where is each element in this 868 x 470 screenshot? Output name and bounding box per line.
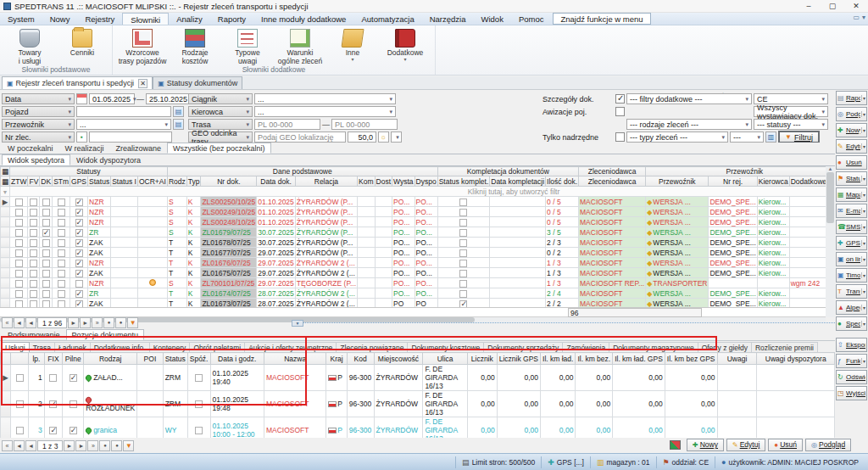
pager-extra-button[interactable]: ● (99, 440, 110, 451)
pager-extra-button[interactable]: ● (111, 440, 122, 451)
table-row[interactable]: NZRSKZL700101/07/2529.07.2025TĘGOBORZE (… (1, 278, 826, 288)
mapa-button[interactable]: ▦Mapa▾ (836, 187, 867, 202)
chevron-down-icon[interactable]: ▾ (861, 192, 865, 198)
menu-item-automatyzacja[interactable]: Automatyzacja (353, 13, 421, 25)
dk-checkbox[interactable] (42, 260, 50, 267)
view-tab-w-poczekalni[interactable]: W poczekalni (2, 143, 59, 154)
column-header-uwagi[interactable]: Uwagi (717, 353, 757, 365)
last-page-button[interactable]: » (92, 317, 103, 328)
last-page-button[interactable]: » (87, 440, 98, 451)
table-row[interactable]: ZAKTKZL01677/07/2529.07.2025ŻYRARDÓW (P.… (1, 248, 826, 258)
column-group-zleceniodawca[interactable]: Zleceniodawca (579, 167, 646, 176)
nadrzedne-checkbox[interactable] (615, 132, 625, 142)
pilne-checkbox[interactable] (70, 374, 77, 382)
dk-checkbox[interactable] (42, 229, 50, 237)
table-row[interactable]: ZAKTKZL01675/07/2529.07.2025ŻYRARDÓW 2 (… (1, 268, 826, 278)
fix-checkbox[interactable] (49, 400, 57, 408)
menu-search-tab[interactable]: Znajdź funkcje w menu (553, 13, 650, 25)
dk-checkbox[interactable] (42, 219, 50, 227)
ztw-checkbox[interactable] (15, 270, 23, 277)
menu-corner-icons[interactable]: ▭ ▾ (853, 14, 865, 21)
column-header-il.-km-ład.[interactable]: Il. km ład. (541, 353, 576, 365)
chevron-down-icon[interactable]: ▾ (861, 256, 865, 262)
kompl-checkbox[interactable] (459, 249, 467, 257)
filter-przewoznik-label[interactable]: Przewoźnik▾ (2, 119, 75, 130)
status-button[interactable]: ⚑Status▾ (836, 171, 867, 186)
column-header-data-dok-[interactable]: Data dok. (257, 176, 296, 187)
table-row[interactable]: ZRSKZL01679/07/2530.07.2025ŻYRARDÓW (P..… (1, 227, 826, 238)
dk-checkbox[interactable] (42, 239, 50, 247)
wyjście-button[interactable]: ◳Wyjście (836, 386, 867, 400)
gps-checkbox[interactable] (75, 270, 83, 277)
detail-tab-zlecenia-powiązane[interactable]: Zlecenia powiązane (337, 342, 408, 352)
ribbon-button-dodatkowe[interactable]: Dodatkowe▾ (381, 28, 430, 65)
detail-tab-dokumenty-magazynowe[interactable]: Dokumenty magazynowe (609, 342, 698, 352)
e-mail-button[interactable]: ✉E-mail▾ (836, 204, 867, 218)
table-row[interactable]: ZAKTKZL01678/07/2530.07.2025ŻYRARDÓW (P.… (1, 238, 826, 248)
panel-splitter[interactable]: ▼ (292, 322, 835, 327)
fv-checkbox[interactable] (30, 260, 37, 267)
fv-checkbox[interactable] (30, 239, 37, 247)
column-header-fix[interactable]: FIX (44, 353, 63, 365)
stm-checkbox[interactable] (58, 229, 65, 237)
column-header-il.-km-ład.-gps[interactable]: Il. km ład. GPS (613, 353, 665, 365)
row-checkbox[interactable] (16, 400, 24, 408)
column-header-kod[interactable]: Kod (347, 353, 374, 365)
document-tab-2[interactable]: ▣Statusy dokumentów (153, 76, 242, 89)
podgląd-button[interactable]: ◎Podgląd▾ (836, 107, 867, 121)
lookup-book-icon[interactable]: ▤ (173, 119, 184, 130)
subtab-widok-spedytora[interactable]: Widok spedytora (2, 154, 70, 165)
column-header-rodz[interactable]: Rodz (167, 176, 186, 187)
pager-extra-button[interactable]: ● (115, 317, 126, 328)
dk-checkbox[interactable] (42, 280, 50, 288)
detail-tab-rozliczenie-premii[interactable]: Rozliczenie premii (752, 342, 818, 352)
column-header-poi[interactable]: POI (137, 353, 163, 365)
pilne-checkbox[interactable] (70, 427, 77, 434)
column-header-relacja[interactable]: Relacja (295, 176, 357, 187)
menu-item-narz-dzia[interactable]: Narzędzia (422, 13, 474, 25)
column-header-ilość-dok-[interactable]: Ilość dok. (546, 176, 579, 187)
filtry-dodatkowe-combo[interactable]: --- filtry dodatkowe ---▾ (626, 93, 752, 104)
ribbon-button-cenniki[interactable]: Cenniki (58, 28, 107, 65)
filter-date-to[interactable]: 25.10.2025▾ (146, 93, 192, 104)
prev-page-button[interactable]: ◄ (25, 317, 36, 328)
subtab-widok-dyspozytora[interactable]: Widok dyspozytora (70, 154, 147, 165)
chevron-down-icon[interactable]: ▾ (861, 358, 865, 364)
filter-date-from[interactable]: 01.05.2025▾ (89, 93, 135, 104)
column-header-pilne[interactable]: Pilne (63, 353, 84, 365)
pager-filter-icon[interactable]: ▼ (123, 440, 134, 451)
ribbon-button-typowe[interactable]: Typowe uwagi (223, 28, 272, 65)
chevron-down-icon[interactable]: ▾ (861, 224, 865, 230)
ztw-checkbox[interactable] (15, 239, 23, 247)
next-group-button[interactable]: ► (75, 440, 86, 451)
chevron-down-icon[interactable]: ▾ (862, 14, 865, 21)
fv-checkbox[interactable] (30, 229, 37, 237)
next-page-button[interactable]: ► (64, 440, 75, 451)
fv-checkbox[interactable] (30, 280, 37, 288)
nowy-button[interactable]: ✚Nowy▾ (836, 123, 867, 137)
stm-checkbox[interactable] (58, 270, 65, 277)
column-group-przewoźnik[interactable]: Przewoźnik (646, 167, 826, 176)
filtruj-button[interactable]: ▼Filtruj (778, 131, 820, 143)
gps-checkbox[interactable] (75, 229, 83, 237)
usuń-button[interactable]: ●Usuń (836, 155, 867, 170)
ribbon-button-towary[interactable]: Towary i usługi (5, 28, 54, 65)
prev-group-button[interactable]: ◄ (14, 317, 25, 328)
table-row[interactable]: NZRSKZLS00248/10/2501.10.2025ŻYRARDÓW (P… (1, 217, 826, 227)
spoz-checkbox[interactable] (195, 427, 203, 434)
on-line-button[interactable]: ▣on line▾ (836, 252, 867, 266)
position-row[interactable]: 2ROZŁADUNEKZRM01.10.2025 19:48MACIOSOFTP… (1, 391, 835, 417)
calendar-icon[interactable] (76, 93, 87, 104)
column-header-przewoźnik[interactable]: Przewoźnik (646, 176, 709, 187)
detail-tab-oferty-z-giełdy[interactable]: Oferty z giełdy (698, 342, 752, 352)
detail-tab-kontenery[interactable]: Kontenery (150, 342, 191, 352)
maximize-button[interactable]: ▢ (821, 0, 844, 12)
filter-trasa-to[interactable]: PL 00-000 (331, 119, 398, 130)
column-header-rodzaj[interactable]: Rodzaj (84, 353, 137, 365)
fv-checkbox[interactable] (30, 290, 37, 298)
column-header-zleceniodawca[interactable]: Zleceniodawca (579, 176, 646, 187)
gps-checkbox[interactable] (75, 219, 83, 227)
chevron-down-icon[interactable]: ▾ (861, 111, 865, 117)
position-row[interactable]: 3granicaWY01.10.2025 10:00 - 12:00MACIOS… (1, 417, 835, 439)
detail-tab-aukcje-i-oferty-zewnętrzne[interactable]: Aukcje i oferty zewnętrzne (245, 342, 337, 352)
